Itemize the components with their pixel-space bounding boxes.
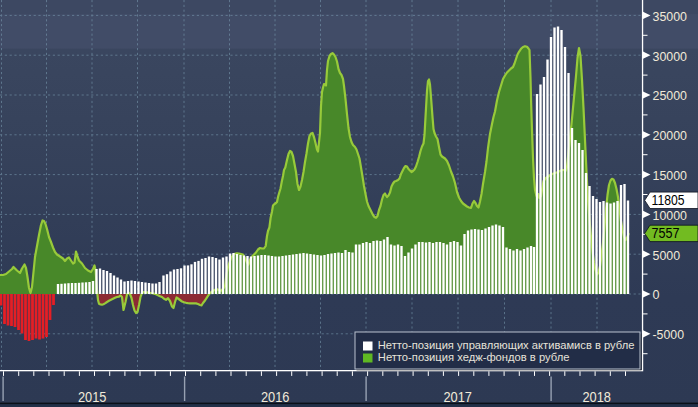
svg-text:25000: 25000 — [653, 88, 688, 103]
svg-text:10000: 10000 — [653, 208, 688, 223]
svg-text:Нетто-позиция управляющих акти: Нетто-позиция управляющих активамисв в р… — [378, 340, 635, 351]
svg-text:35000: 35000 — [653, 9, 688, 24]
svg-text:-5000: -5000 — [653, 327, 685, 342]
svg-text:11805: 11805 — [652, 192, 685, 208]
svg-text:5000: 5000 — [653, 248, 681, 263]
svg-text:30000: 30000 — [653, 49, 688, 64]
svg-text:20000: 20000 — [653, 128, 688, 143]
svg-text:15000: 15000 — [653, 168, 688, 183]
svg-text:0: 0 — [653, 287, 660, 302]
svg-text:7557: 7557 — [652, 225, 680, 241]
svg-text:Нетто-позиция хедж-фондов в ру: Нетто-позиция хедж-фондов в рубле — [378, 352, 570, 363]
